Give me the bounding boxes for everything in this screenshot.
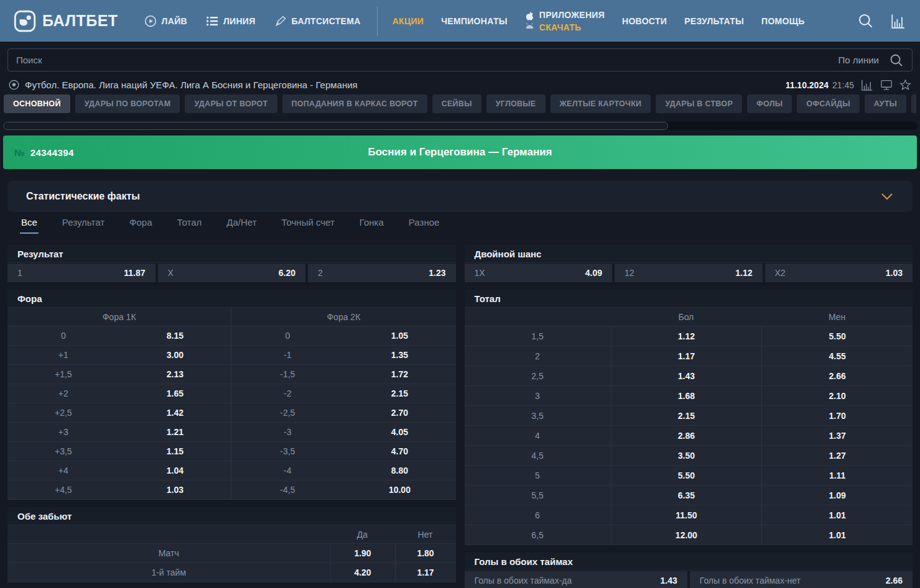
btts-yes-cell[interactable]: 4.20	[330, 563, 395, 582]
odds-cell[interactable]: 1X 4.09	[465, 264, 613, 282]
handicap-cell-1k[interactable]: +3 1.21	[7, 423, 231, 441]
nav-news[interactable]: НОВОСТИ	[622, 16, 667, 26]
handicap-cell-2k[interactable]: -4,5 10.00	[231, 480, 455, 499]
nav-promos[interactable]: АКЦИИ	[393, 16, 424, 26]
handicap-cell-1k[interactable]: +2 1.65	[7, 384, 231, 403]
handicap-cell-2k[interactable]: -1 1.35	[231, 346, 455, 364]
stats-facts-panel[interactable]: Статистические факты	[7, 181, 913, 212]
handicap-cell-2k[interactable]: -3 4.05	[231, 423, 455, 441]
total-under-cell[interactable]: 1.70	[761, 406, 913, 425]
handicap-cell-2k[interactable]: -2 2.15	[231, 384, 455, 403]
total-line: 3	[465, 391, 611, 401]
total-under-cell[interactable]: 1.09	[761, 485, 913, 505]
market-tab[interactable]: УДАРЫ В СТВОР	[656, 94, 742, 113]
tabs-scrollbar-thumb[interactable]	[3, 122, 668, 130]
total-under-cell[interactable]: 1.11	[761, 466, 913, 485]
handicap-cell-1k[interactable]: +1,5 2.13	[7, 365, 231, 384]
total-over-cell[interactable]: 1.43	[611, 366, 762, 385]
section-handicap-title: Фора	[7, 290, 456, 308]
market-tab[interactable]: ПОПАДАНИЯ В КАРКАС ВОРОТ	[282, 94, 427, 113]
odds-cell[interactable]: 2 1.23	[308, 264, 456, 282]
odds-cell[interactable]: 1 11.87	[7, 264, 156, 282]
stats-subtab[interactable]: Гонка	[358, 216, 385, 232]
logo[interactable]: БАЛТБЕТ	[14, 10, 118, 32]
market-tab[interactable]: УГЛОВЫЕ	[486, 94, 546, 113]
chevron-down-icon[interactable]	[880, 192, 894, 201]
total-under-cell[interactable]: 4.55	[761, 346, 913, 365]
odds-cell[interactable]: Голы в обоих таймах-нет 2.66	[690, 571, 913, 588]
total-row: 6,5 12.00 1.01	[465, 525, 913, 545]
handicap-row: +3 1.21 -3 4.05	[7, 423, 456, 442]
total-over-cell[interactable]: 12.00	[611, 525, 762, 544]
nav-line[interactable]: ЛИНИЯ	[206, 16, 256, 27]
nav-championships[interactable]: ЧЕМПИОНАТЫ	[441, 16, 508, 26]
odds-cell[interactable]: X 6.20	[158, 264, 306, 282]
market-tab[interactable]: МИНУТА 1-ГО ГОЛА	[911, 94, 916, 113]
stats-subtab[interactable]: Тотал	[176, 216, 203, 232]
stats-subtab[interactable]: Все	[20, 216, 39, 234]
monitor-icon[interactable]	[880, 80, 893, 91]
total-under-cell[interactable]: 1.27	[761, 446, 913, 465]
stats-subtab[interactable]: Результат	[61, 216, 106, 232]
nav-live[interactable]: ЛАЙВ	[144, 15, 187, 27]
nav-baltsystem[interactable]: БАЛТСИСТЕМА	[274, 15, 361, 27]
btts-yes-cell[interactable]: 1.90	[330, 544, 395, 563]
total-over-cell[interactable]: 11.50	[611, 505, 762, 525]
handicap-cell-1k[interactable]: +3,5 1.15	[7, 442, 231, 461]
search-submit-icon[interactable]	[889, 53, 904, 68]
search-input[interactable]	[16, 55, 839, 65]
tabs-scrollbar-track[interactable]	[2, 122, 918, 130]
stats-subtab[interactable]: Да/Нет	[225, 216, 258, 232]
btts-no-cell[interactable]: 1.17	[395, 563, 456, 582]
nav-results[interactable]: РЕЗУЛЬТАТЫ	[684, 16, 744, 26]
market-tab[interactable]: ОСНОВНОЙ	[4, 94, 70, 113]
handicap-cell-2k[interactable]: -2,5 2.70	[231, 403, 455, 422]
stats-subtab[interactable]: Разное	[407, 216, 441, 232]
total-over-cell[interactable]: 5.50	[611, 466, 762, 485]
total-under-cell[interactable]: 1.01	[761, 525, 913, 544]
stats-subtab[interactable]: Точный счет	[281, 216, 336, 232]
bar-chart-icon[interactable]	[861, 80, 873, 91]
odds-cell[interactable]: Голы в обоих таймах-да 1.43	[465, 571, 687, 588]
market-tab[interactable]: УДАРЫ ПО ВОРОТАМ	[75, 94, 180, 113]
market-tab[interactable]: ФОЛЫ	[747, 94, 792, 113]
stats-subtab[interactable]: Фора	[128, 216, 153, 232]
total-under-cell[interactable]: 2.66	[761, 366, 913, 385]
handicap-cell-1k[interactable]: +4 1.04	[7, 461, 231, 480]
handicap-cell-1k[interactable]: +2,5 1.42	[7, 403, 231, 422]
handicap-cell-1k[interactable]: +1 3.00	[7, 346, 231, 364]
handicap-cell-2k[interactable]: -1,5 1.72	[231, 365, 455, 384]
total-under-cell[interactable]: 1.01	[761, 505, 913, 525]
handicap-cell-1k[interactable]: +4,5 1.03	[7, 480, 231, 499]
market-tab[interactable]: АУТЫ	[865, 94, 906, 113]
handicap-cell-1k[interactable]: 0 8.15	[7, 326, 231, 345]
search-mode-label[interactable]: По линии	[839, 55, 879, 65]
stats-bars-icon[interactable]	[890, 13, 906, 29]
total-under-cell[interactable]: 1.37	[761, 426, 913, 445]
total-over-cell[interactable]: 1.17	[611, 346, 762, 365]
total-under-cell[interactable]: 2.10	[761, 386, 913, 405]
market-tab[interactable]: СЕЙВЫ	[432, 94, 481, 113]
total-over-cell[interactable]: 6.35	[611, 485, 762, 505]
btts-no-cell[interactable]: 1.80	[395, 544, 456, 563]
market-tab[interactable]: ОФСАЙДЫ	[797, 94, 859, 113]
handicap-cell-2k[interactable]: -3,5 4.70	[231, 442, 455, 461]
total-under-cell[interactable]: 5.50	[761, 326, 913, 346]
odds-cell[interactable]: X2 1.03	[765, 264, 913, 282]
handicap-cell-2k[interactable]: 0 1.05	[231, 326, 455, 345]
market-tab[interactable]: УДАРЫ ОТ ВОРОТ	[185, 94, 277, 113]
odds-cell[interactable]: 12 1.12	[615, 264, 763, 282]
handicap-cell-2k[interactable]: -4 8.80	[231, 461, 455, 480]
nav-apps[interactable]: ПРИЛОЖЕНИЯ СКАЧАТЬ	[525, 10, 605, 32]
total-over-cell[interactable]: 2.86	[611, 426, 762, 445]
search-icon[interactable]	[857, 12, 874, 29]
star-icon[interactable]	[899, 79, 911, 91]
total-over-cell[interactable]: 3.50	[611, 446, 762, 465]
market-tab[interactable]: ЖЕЛТЫЕ КАРТОЧКИ	[551, 94, 651, 113]
total-line: 2,5	[465, 371, 611, 381]
total-over-cell[interactable]: 1.12	[611, 326, 762, 346]
total-over-cell[interactable]: 1.68	[611, 386, 762, 405]
total-over-cell[interactable]: 2.15	[611, 406, 762, 425]
nav-help[interactable]: ПОМОЩЬ	[761, 16, 805, 26]
android-icon	[525, 23, 534, 29]
